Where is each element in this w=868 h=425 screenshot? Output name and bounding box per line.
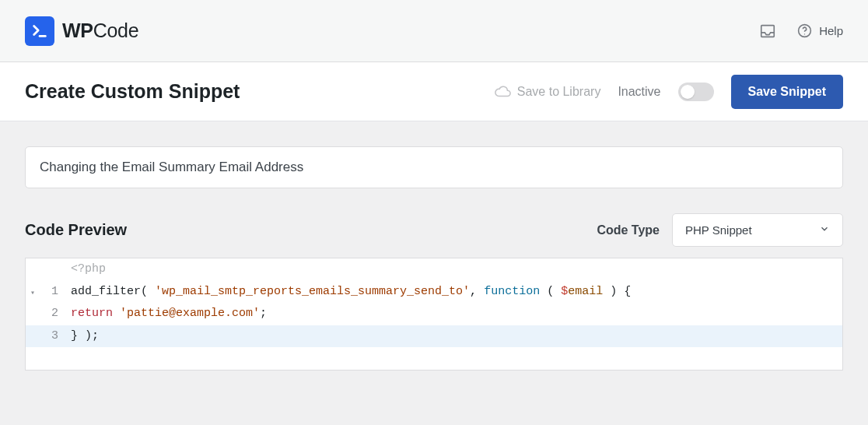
fold-arrow-icon[interactable]: ▾ bbox=[30, 286, 35, 300]
code-text-2: return 'pattie@example.com'; bbox=[66, 303, 842, 325]
active-toggle[interactable] bbox=[678, 83, 714, 101]
code-line-2: 2 return 'pattie@example.com'; bbox=[26, 303, 842, 325]
help-link[interactable]: Help bbox=[796, 23, 843, 39]
save-snippet-button[interactable]: Save Snippet bbox=[731, 75, 843, 109]
cloud-icon bbox=[494, 83, 511, 100]
topbar-right: Help bbox=[759, 23, 843, 40]
content: Code Preview Code Type PHP Snippet <?php… bbox=[0, 121, 868, 395]
toggle-knob bbox=[681, 85, 695, 99]
preview-header: Code Preview Code Type PHP Snippet bbox=[25, 213, 843, 247]
code-line-1: ▾ 1 add_filter( 'wp_mail_smtp_reports_em… bbox=[26, 281, 842, 304]
chevron-down-icon bbox=[819, 223, 830, 237]
code-empty-row bbox=[26, 347, 842, 370]
help-label: Help bbox=[819, 24, 843, 37]
gutter bbox=[26, 258, 66, 281]
code-empty bbox=[66, 347, 842, 370]
gutter-1: ▾ 1 bbox=[26, 281, 66, 304]
subheader: Create Custom Snippet Save to Library In… bbox=[0, 62, 868, 121]
page-title: Create Custom Snippet bbox=[25, 80, 240, 103]
code-type-wrap: Code Type PHP Snippet bbox=[597, 213, 843, 247]
svg-point-2 bbox=[804, 33, 805, 34]
code-text-3: } ); bbox=[66, 325, 842, 348]
code-type-select[interactable]: PHP Snippet bbox=[672, 213, 843, 247]
help-icon bbox=[796, 23, 813, 39]
status-label: Inactive bbox=[618, 85, 660, 99]
save-to-library-label: Save to Library bbox=[517, 85, 601, 99]
code-editor[interactable]: <?php ▾ 1 add_filter( 'wp_mail_smtp_repo… bbox=[25, 258, 843, 371]
topbar: WPCode Help bbox=[0, 0, 868, 62]
code-pretag-row: <?php bbox=[26, 258, 842, 281]
code-line-3: 3 } ); bbox=[26, 325, 842, 348]
code-type-value: PHP Snippet bbox=[685, 223, 752, 237]
code-pretag: <?php bbox=[66, 258, 842, 281]
code-type-label: Code Type bbox=[597, 223, 660, 237]
brand-logo bbox=[25, 16, 54, 46]
subheader-actions: Save to Library Inactive Save Snippet bbox=[494, 75, 843, 109]
snippet-title-input[interactable] bbox=[25, 146, 843, 188]
inbox-icon[interactable] bbox=[759, 23, 776, 40]
gutter-3: 3 bbox=[26, 325, 66, 348]
gutter-2: 2 bbox=[26, 303, 66, 325]
code-text-1: add_filter( 'wp_mail_smtp_reports_emails… bbox=[66, 281, 842, 304]
brand-name: WPCode bbox=[62, 19, 138, 42]
brand: WPCode bbox=[25, 16, 138, 46]
save-to-library-button[interactable]: Save to Library bbox=[494, 83, 601, 100]
code-preview-title: Code Preview bbox=[25, 221, 127, 239]
gutter-empty bbox=[26, 347, 66, 370]
